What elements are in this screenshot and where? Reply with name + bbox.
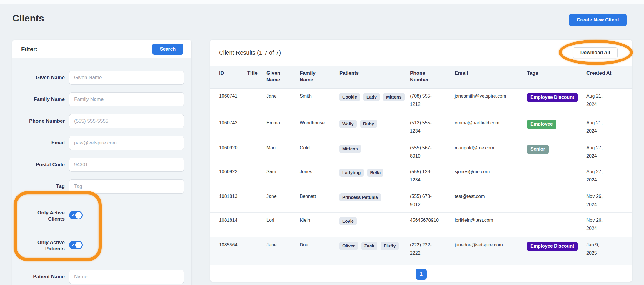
- client-tags-cell: Employee Discount: [527, 89, 586, 115]
- client-title-cell: [247, 89, 266, 115]
- results-header: Client Results (1-7 of 7) Download All: [210, 40, 632, 66]
- column-header-text: Patients: [339, 70, 359, 77]
- client-title-cell: [247, 213, 266, 237]
- patient-chip-list: Princess Petunia: [339, 192, 406, 201]
- client-phone-text: (555) 567-8910: [410, 144, 439, 160]
- filter-field-label-text: Family Name: [34, 96, 65, 102]
- search-button[interactable]: Search: [152, 44, 183, 55]
- client-created-text: Nov 26, 2024: [586, 216, 607, 233]
- filter-field-row: Given Name: [12, 71, 191, 85]
- client-row[interactable]: 1060922SamJonesLadybugBella(555) 123-123…: [210, 164, 632, 189]
- pagination: 1: [210, 265, 632, 282]
- top-strip: [0, 0, 644, 4]
- client-email-text: janesmith@vetspire.com: [455, 94, 506, 99]
- column-header-text: Created At: [586, 70, 611, 77]
- tag-chip-list: Employee Discount: [527, 241, 586, 251]
- email-input[interactable]: [69, 136, 184, 150]
- postal-code-input[interactable]: [69, 158, 184, 172]
- client-phone-cell: (555) 567-8910: [410, 140, 455, 164]
- tag-chip: Employee Discount: [527, 93, 578, 102]
- patient-chip-list: LadybugBella: [339, 168, 406, 177]
- client-phone-text: (555) 678-9012: [410, 192, 439, 209]
- patient-chip: Lovie: [339, 217, 357, 225]
- client-email-text: marigold@me.com: [455, 145, 494, 150]
- tag-chip: Employee Discount: [527, 242, 578, 251]
- column-header-id: ID: [219, 66, 247, 88]
- client-id-cell: 1060922: [219, 164, 247, 189]
- client-phone-cell: (512) 555-1234: [410, 115, 455, 140]
- client-id-text: 1085564: [219, 242, 237, 247]
- client-email-text: emma@hartfield.com: [455, 120, 499, 125]
- toggle-cell: ✓: [69, 241, 184, 250]
- patient-chip: Ruby: [360, 120, 377, 128]
- filter-field-row: Tag: [12, 179, 191, 194]
- client-patients-cell: Mittens: [339, 140, 410, 164]
- client-given-cell: Jane: [266, 237, 300, 265]
- client-row[interactable]: 1085564JaneDoeOliverZackFluffy(222) 222-…: [210, 237, 632, 265]
- download-all-button[interactable]: Download All: [573, 47, 618, 58]
- client-given-text: Sam: [266, 169, 276, 174]
- client-family-text: Smith: [300, 94, 312, 99]
- toggle-knob: [75, 242, 82, 248]
- tag-input[interactable]: [69, 179, 184, 194]
- client-email-cell: janesmith@vetspire.com: [455, 89, 527, 115]
- column-header-phone: Phone Number: [410, 66, 455, 88]
- filter-field-row: Postal Code: [12, 158, 191, 172]
- client-email-cell: loriklein@test.com: [455, 213, 527, 237]
- client-patients-cell: LadybugBella: [339, 164, 410, 189]
- only-active-clients-toggle[interactable]: ✓: [69, 211, 83, 219]
- client-row[interactable]: 1060742EmmaWoodhouseWallyRuby(512) 555-1…: [210, 115, 632, 140]
- filter-field-label-text: Email: [51, 140, 65, 146]
- filter-toggle-row: Only Active Patients✓: [12, 231, 191, 260]
- tag-chip-list: [527, 168, 586, 169]
- client-tags-cell: Senior: [527, 140, 586, 164]
- client-tags-cell: [527, 213, 586, 237]
- filter-field-row: Phone Number: [12, 114, 191, 128]
- client-family-text: Woodhouse: [300, 120, 325, 125]
- client-row[interactable]: 1060741JaneSmithCookieLadyMittens(708) 5…: [210, 89, 632, 115]
- client-email-text: loriklein@test.com: [455, 218, 493, 223]
- client-created-cell: Nov 26, 2024: [586, 213, 623, 237]
- client-given-cell: Emma: [266, 115, 300, 140]
- patient-chip-list: OliverZackFluffy: [339, 241, 406, 250]
- patient-name-input[interactable]: [69, 270, 184, 284]
- pagination-page-button[interactable]: 1: [416, 269, 427, 280]
- client-family-text: Jones: [300, 169, 312, 174]
- patient-chip: Fluffy: [381, 242, 399, 250]
- create-new-client-button[interactable]: Create New Client: [569, 14, 627, 26]
- client-id-text: 1060741: [219, 94, 237, 99]
- patient-chip: Bella: [367, 169, 384, 177]
- client-row[interactable]: 1081814LoriKleinLovie45645678910loriklei…: [210, 213, 632, 237]
- client-family-cell: Doe: [300, 237, 339, 265]
- filter-field-label: Tag: [12, 183, 65, 189]
- client-id-text: 1060742: [219, 120, 237, 125]
- patient-chip-list: Lovie: [339, 216, 406, 225]
- client-given-text: Jane: [266, 194, 277, 199]
- only-active-patients-toggle[interactable]: ✓: [69, 241, 83, 249]
- family-name-input[interactable]: [69, 92, 184, 106]
- tag-chip-list: Employee: [527, 119, 586, 129]
- filter-field-label-text: Given Name: [36, 74, 65, 81]
- client-results-panel: Client Results (1-7 of 7) Download All I…: [210, 40, 632, 282]
- column-header-given: Given Name: [266, 66, 300, 88]
- tag-chip-list: Senior: [527, 144, 586, 154]
- client-created-cell: Aug 27, 2024: [586, 140, 623, 164]
- client-email-cell: marigold@me.com: [455, 140, 527, 164]
- client-given-text: Jane: [266, 242, 277, 247]
- client-created-cell: Aug 21, 2024: [586, 115, 623, 140]
- column-header-text: Email: [455, 70, 468, 77]
- client-row[interactable]: 1060920MariGoldMittens(555) 567-8910mari…: [210, 140, 632, 164]
- client-patients-cell: Princess Petunia: [339, 189, 410, 212]
- filter-toggle-label: Only Active Patients: [12, 239, 65, 252]
- client-family-text: Doe: [300, 242, 308, 247]
- tag-chip-list: Employee Discount: [527, 92, 586, 102]
- client-id-cell: 1081814: [219, 213, 247, 237]
- client-family-text: Gold: [300, 145, 310, 150]
- given-name-input[interactable]: [69, 71, 184, 85]
- client-patients-cell: OliverZackFluffy: [339, 237, 410, 265]
- column-header-created: Created At: [586, 66, 623, 88]
- phone-number-input[interactable]: [69, 114, 184, 128]
- client-row[interactable]: 1081813JaneBennettPrincess Petunia(555) …: [210, 189, 632, 213]
- tag-chip-list: [527, 216, 586, 217]
- client-id-cell: 1060741: [219, 89, 247, 115]
